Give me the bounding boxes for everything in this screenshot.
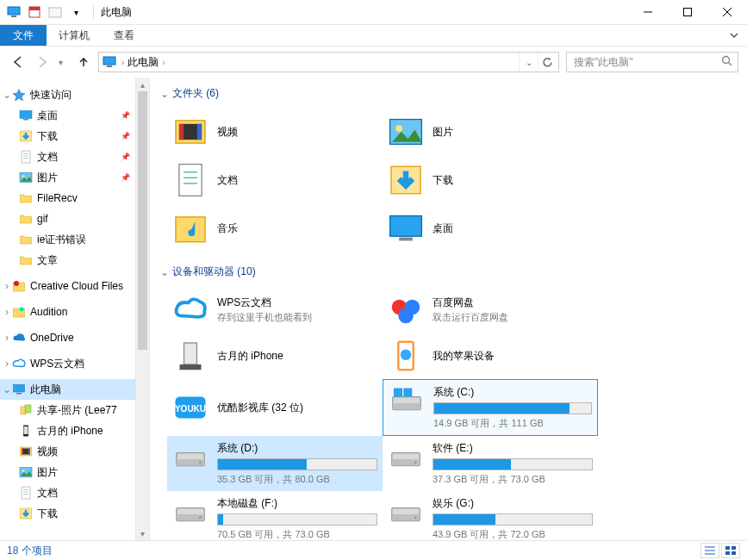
nav-item[interactable]: ie证书错误 [0, 229, 149, 250]
device-item[interactable]: 百度网盘 双击运行百度网盘 [383, 286, 598, 333]
drive-sublabel: 37.3 GB 可用，共 73.0 GB [433, 473, 593, 486]
ribbon-expand-button[interactable] [721, 25, 747, 46]
breadcrumb-this-pc[interactable]: 此电脑 [128, 55, 159, 70]
download-icon [19, 129, 33, 143]
minimize-button[interactable] [628, 0, 668, 25]
section-header-devices[interactable]: ⌄ 设备和驱动器 (10) [150, 259, 747, 283]
nav-quick-access[interactable]: ⌄ 快速访问 [0, 84, 149, 105]
nav-item[interactable]: 共享-照片 (Lee77 [0, 400, 149, 420]
expand-icon[interactable]: › [2, 280, 12, 292]
maximize-button[interactable] [668, 0, 707, 25]
nav-onedrive[interactable]: › OneDrive [0, 327, 149, 348]
search-box[interactable] [566, 52, 738, 72]
nav-item[interactable]: › Audition [0, 302, 149, 322]
picture-icon [19, 465, 33, 479]
drive-item[interactable]: 本地磁盘 (F:) 70.5 GB 可用，共 73.0 GB [167, 491, 383, 540]
ribbon: 文件 计算机 查看 [0, 25, 747, 47]
expand-icon[interactable]: › [2, 332, 12, 344]
drive-title: 系统 (D:) [217, 441, 377, 456]
search-input[interactable] [574, 56, 721, 68]
nav-item[interactable]: 下载 [0, 503, 149, 524]
folder-item[interactable]: 桌面 [383, 204, 598, 252]
drive-usage-bar [217, 458, 377, 470]
folder-item[interactable]: 图片 [383, 108, 598, 156]
expand-icon[interactable]: ⌄ [2, 383, 12, 395]
drive-item[interactable]: 系统 (C:) 14.9 GB 可用，共 111 GB [383, 379, 598, 436]
chevron-right-icon[interactable]: › [121, 58, 124, 67]
scroll-thumb[interactable] [138, 91, 147, 350]
address-history-dropdown[interactable]: ⌄ [519, 53, 538, 72]
picture-icon [388, 114, 424, 150]
device-item[interactable]: 我的苹果设备 [383, 333, 598, 379]
nav-item[interactable]: 视频 [0, 441, 149, 462]
svg-rect-6 [684, 9, 692, 16]
expand-icon[interactable]: ⌄ [2, 89, 12, 101]
ribbon-tab-view[interactable]: 查看 [102, 25, 146, 46]
address-bar[interactable]: › 此电脑 › ⌄ [98, 52, 559, 72]
expand-icon[interactable]: › [2, 358, 12, 370]
scroll-up-icon[interactable]: ▴ [136, 78, 149, 91]
nav-item[interactable]: › Creative Cloud Files [0, 276, 149, 296]
drive-item[interactable]: 软件 (E:) 37.3 GB 可用，共 73.0 GB [383, 436, 598, 491]
svg-rect-88 [725, 551, 730, 555]
nav-item[interactable]: 文档 📌 [0, 146, 149, 167]
wps-icon [12, 357, 26, 370]
section-header-folders[interactable]: ⌄ 文件夹 (6) [150, 81, 747, 104]
nav-item[interactable]: FileRecv [0, 188, 149, 208]
history-dropdown-icon[interactable]: ▾ [59, 58, 67, 67]
nav-item[interactable]: gif [0, 208, 149, 229]
nav-scrollbar[interactable]: ▴ ▾ [135, 78, 149, 540]
nav-item[interactable]: 图片 [0, 462, 149, 482]
back-button[interactable] [10, 54, 26, 70]
drive-usage-bar [433, 458, 593, 470]
drive-usage-bar [217, 513, 377, 526]
chevron-down-icon[interactable]: ⌄ [160, 266, 172, 278]
body: ⌄ 快速访问 桌面 📌 下载 📌 文档 📌 图片 [0, 78, 747, 540]
details-view-button[interactable] [700, 543, 719, 558]
device-item[interactable]: YOUKU 优酷影视库 (32 位) [167, 379, 383, 436]
expand-icon[interactable]: › [2, 306, 12, 318]
content-pane[interactable]: ⌄ 文件夹 (6) 视频 图片 文档 下载 音乐 [150, 78, 747, 540]
ribbon-tab-computer[interactable]: 计算机 [47, 25, 102, 46]
folder-item[interactable]: 文档 [167, 156, 383, 204]
properties-icon[interactable] [26, 3, 43, 21]
svg-rect-61 [180, 364, 202, 370]
search-icon[interactable] [721, 54, 732, 70]
nav-item[interactable]: 下载 📌 [0, 126, 149, 146]
drive-icon [389, 385, 425, 421]
folder-label: 桌面 [433, 221, 453, 236]
tower-icon [172, 338, 209, 374]
status-bar: 18 个项目 [0, 540, 747, 560]
new-folder-icon[interactable] [47, 3, 64, 21]
scroll-down-icon[interactable]: ▾ [136, 526, 149, 540]
drive-item[interactable]: 娱乐 (G:) 43.9 GB 可用，共 72.0 GB [383, 491, 598, 540]
chevron-down-icon[interactable]: ⌄ [160, 88, 172, 100]
nav-item[interactable]: 桌面 📌 [0, 105, 149, 126]
svg-rect-55 [390, 216, 422, 237]
refresh-button[interactable] [538, 53, 557, 72]
file-tab[interactable]: 文件 [0, 25, 47, 46]
section-header-label: 文件夹 (6) [172, 86, 219, 101]
forward-button[interactable] [34, 54, 50, 70]
nav-this-pc[interactable]: ⌄ 此电脑 [0, 379, 149, 400]
svg-point-11 [723, 57, 730, 64]
nav-item[interactable]: 文章 [0, 250, 149, 271]
folder-item[interactable]: 视频 [167, 108, 383, 156]
folder-item[interactable]: 音乐 [167, 204, 383, 252]
nav-item[interactable]: 图片 📌 [0, 167, 149, 188]
nav-item[interactable]: 古月的 iPhone [0, 420, 149, 441]
pc-icon[interactable] [5, 3, 22, 21]
qat-dropdown-icon[interactable]: ▾ [67, 3, 84, 21]
nav-item[interactable]: 文档 [0, 482, 149, 503]
device-item[interactable]: WPS云文档 存到这里手机也能看到 [167, 286, 383, 333]
chevron-right-icon[interactable]: › [162, 58, 165, 67]
drive-item[interactable]: 系统 (D:) 35.3 GB 可用，共 80.0 GB [167, 436, 383, 491]
icons-view-button[interactable] [721, 543, 740, 558]
device-item[interactable]: 古月的 iPhone [167, 333, 383, 379]
up-button[interactable] [76, 54, 91, 70]
nav-wps[interactable]: › WPS云文档 [0, 353, 149, 374]
svg-point-25 [20, 308, 24, 312]
folder-item[interactable]: 下载 [383, 156, 598, 204]
close-button[interactable] [707, 0, 747, 25]
drive-usage-bar [433, 513, 593, 526]
